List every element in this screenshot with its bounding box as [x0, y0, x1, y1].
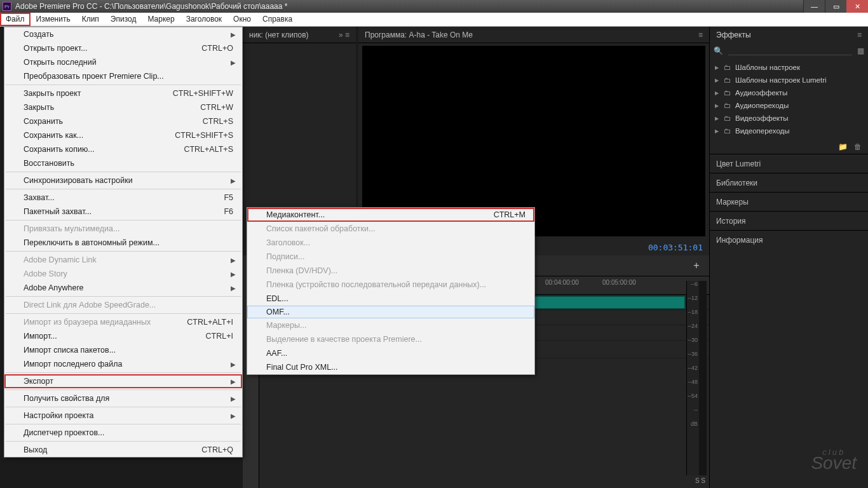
disclosure-triangle-icon[interactable]: ▶: [715, 78, 720, 83]
file-menu-item[interactable]: Direct Link для Adobe SpeedGrade...: [4, 298, 242, 312]
file-menu-item[interactable]: Пакетный захват...F6: [4, 205, 242, 219]
export-menu-item[interactable]: EDL...: [247, 292, 534, 306]
menu-window[interactable]: Окно: [227, 13, 257, 26]
file-menu-item[interactable]: Импорт списка пакетов...: [4, 343, 242, 357]
effects-tree-item[interactable]: ▶🗀Аудиоэффекты: [710, 86, 868, 99]
menu-title[interactable]: Заголовок: [180, 13, 227, 26]
export-menu-item[interactable]: Подписи...: [247, 250, 534, 264]
disclosure-triangle-icon[interactable]: ▶: [715, 116, 720, 121]
file-menu-item[interactable]: Диспетчер проектов...: [4, 426, 242, 440]
effects-search-input[interactable]: [728, 47, 852, 55]
side-section[interactable]: Маркеры: [710, 192, 868, 211]
file-menu-item[interactable]: Сохранить как...CTRL+SHIFT+S: [4, 128, 242, 142]
submenu-arrow-icon: ▶: [231, 177, 236, 184]
disclosure-triangle-icon[interactable]: ▶: [715, 128, 720, 134]
file-dropdown[interactable]: Создать▶Открыть проект...CTRL+OОткрыть п…: [4, 27, 243, 458]
export-menu-item[interactable]: Final Cut Pro XML...: [247, 360, 534, 374]
folder-icon: 🗀: [724, 127, 731, 135]
effects-tree-item[interactable]: ▶🗀Шаблоны настроек: [710, 61, 868, 74]
disclosure-triangle-icon[interactable]: ▶: [715, 65, 720, 71]
export-menu-item[interactable]: Пленка (устройство последовательной пере…: [247, 278, 534, 292]
file-menu-item[interactable]: Закрыть проектCTRL+SHIFT+W: [4, 86, 242, 100]
meter-scale-label: --42: [688, 365, 698, 371]
menu-sequence[interactable]: Эпизод: [105, 13, 142, 26]
trash-icon[interactable]: 🗑: [854, 142, 862, 151]
ruler-tick: 00:04:00:00: [545, 279, 579, 286]
program-panel-menu-icon[interactable]: ≡: [698, 30, 703, 39]
file-menu-item[interactable]: Настройки проекта▶: [4, 409, 242, 423]
file-menu-item[interactable]: Adobe Story▶: [4, 267, 242, 281]
export-menu-item[interactable]: Выделение в качестве проекта Premiere...: [247, 332, 534, 346]
file-menu-item[interactable]: Сохранить копию...CTRL+ALT+S: [4, 142, 242, 156]
export-menu-item[interactable]: Список пакетной обработки...: [247, 222, 534, 236]
file-menu-item[interactable]: Получить свойства для▶: [4, 391, 242, 405]
add-button[interactable]: +: [690, 261, 703, 271]
app-icon: Pr: [3, 2, 11, 11]
meter-scale-label: --: [694, 407, 698, 413]
side-section[interactable]: Информация: [710, 230, 868, 249]
effects-tree-item[interactable]: ▶🗀Шаблоны настроек Lumetri: [710, 74, 868, 86]
effects-panel-header: Эффекты ≡: [710, 27, 868, 43]
file-menu-item[interactable]: Открыть последний▶: [4, 55, 242, 69]
window-minimize-button[interactable]: —: [803, 0, 825, 13]
file-menu-item[interactable]: Экспорт▶: [4, 374, 242, 388]
export-menu-item[interactable]: Маркеры...: [247, 318, 534, 332]
disclosure-triangle-icon[interactable]: ▶: [715, 103, 720, 109]
search-icon: 🔍: [714, 46, 723, 55]
effects-tree-item[interactable]: ▶🗀Видеопереходы: [710, 125, 868, 137]
file-menu-item[interactable]: Импорт из браузера медиаданныхCTRL+ALT+I: [4, 315, 242, 329]
file-menu-item[interactable]: Привязать мультимедиа...: [4, 222, 242, 236]
meter-scale-label: dB: [691, 421, 698, 427]
export-menu-item[interactable]: Пленка (DV/HDV)...: [247, 264, 534, 278]
solo-labels: S S: [695, 477, 705, 484]
file-menu-item[interactable]: Синхронизировать настройки▶: [4, 173, 242, 187]
side-section[interactable]: История: [710, 211, 868, 230]
menu-edit[interactable]: Изменить: [31, 13, 76, 26]
folder-icon: 🗀: [724, 114, 731, 122]
disclosure-triangle-icon[interactable]: ▶: [715, 90, 720, 96]
window-maximize-button[interactable]: ▭: [825, 0, 846, 13]
submenu-arrow-icon: ▶: [231, 271, 236, 278]
file-menu-item[interactable]: Восстановить: [4, 156, 242, 170]
file-menu-item[interactable]: ЗакрытьCTRL+W: [4, 100, 242, 114]
menu-marker[interactable]: Маркер: [142, 13, 180, 26]
file-menu-item[interactable]: Adobe Anywhere▶: [4, 281, 242, 295]
export-menu-item[interactable]: OMF...: [247, 306, 534, 318]
effects-tree-item[interactable]: ▶🗀Аудиопереходы: [710, 99, 868, 112]
file-menu-item[interactable]: Создать▶: [4, 27, 242, 41]
effects-tree[interactable]: ▶🗀Шаблоны настроек▶🗀Шаблоны настроек Lum…: [710, 58, 868, 140]
meter-scale-label: --6: [691, 281, 698, 287]
file-menu-item[interactable]: Импорт последнего файла▶: [4, 357, 242, 371]
file-menu-item[interactable]: Импорт...CTRL+I: [4, 329, 242, 343]
clear-icon[interactable]: ▦: [857, 46, 864, 55]
menu-help[interactable]: Справка: [257, 13, 298, 26]
menu-bar[interactable]: Файл Изменить Клип Эпизод Маркер Заголов…: [0, 13, 868, 27]
export-submenu[interactable]: Медиаконтент...CTRL+MСписок пакетной обр…: [247, 207, 535, 375]
submenu-arrow-icon: ▶: [231, 378, 236, 385]
timeline-clip[interactable]: [520, 296, 685, 309]
file-menu-item[interactable]: Открыть проект...CTRL+O: [4, 41, 242, 55]
file-menu-item[interactable]: Захват...F5: [4, 191, 242, 205]
source-panel-menu-icon[interactable]: » ≡: [339, 30, 349, 39]
menu-clip[interactable]: Клип: [76, 13, 105, 26]
new-folder-icon[interactable]: 📁: [838, 142, 848, 151]
side-section[interactable]: Библиотеки: [710, 173, 868, 192]
folder-icon: 🗀: [724, 102, 731, 109]
window-close-button[interactable]: ✕: [846, 0, 868, 13]
audio-meter: --6--12--18--24--30--36--42--48--54--dB: [686, 281, 707, 475]
file-menu-item[interactable]: СохранитьCTRL+S: [4, 114, 242, 128]
file-menu-item[interactable]: Преобразовать проект Premiere Clip...: [4, 69, 242, 83]
export-menu-item[interactable]: AAF...: [247, 346, 534, 360]
export-menu-item[interactable]: Медиаконтент...CTRL+M: [247, 208, 534, 222]
effects-tree-item[interactable]: ▶🗀Видеоэффекты: [710, 112, 868, 125]
menu-file[interactable]: Файл: [0, 13, 31, 26]
program-timecode[interactable]: 00:03:51:01: [648, 243, 703, 252]
ruler-tick: 00:05:00:00: [602, 279, 636, 286]
file-menu-item[interactable]: Переключить в автономный режим...: [4, 236, 242, 250]
file-menu-item[interactable]: ВыходCTRL+Q: [4, 443, 242, 457]
submenu-arrow-icon: ▶: [231, 285, 236, 292]
side-section[interactable]: Цвет Lumetri: [710, 154, 868, 173]
panel-menu-icon[interactable]: ≡: [857, 30, 862, 39]
export-menu-item[interactable]: Заголовок...: [247, 236, 534, 250]
file-menu-item[interactable]: Adobe Dynamic Link▶: [4, 253, 242, 267]
